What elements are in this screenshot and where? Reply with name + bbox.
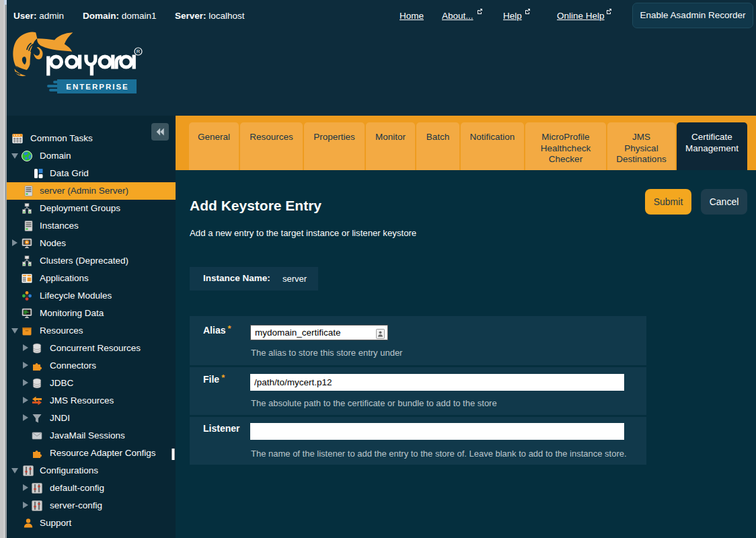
svg-text:R: R xyxy=(137,48,141,54)
